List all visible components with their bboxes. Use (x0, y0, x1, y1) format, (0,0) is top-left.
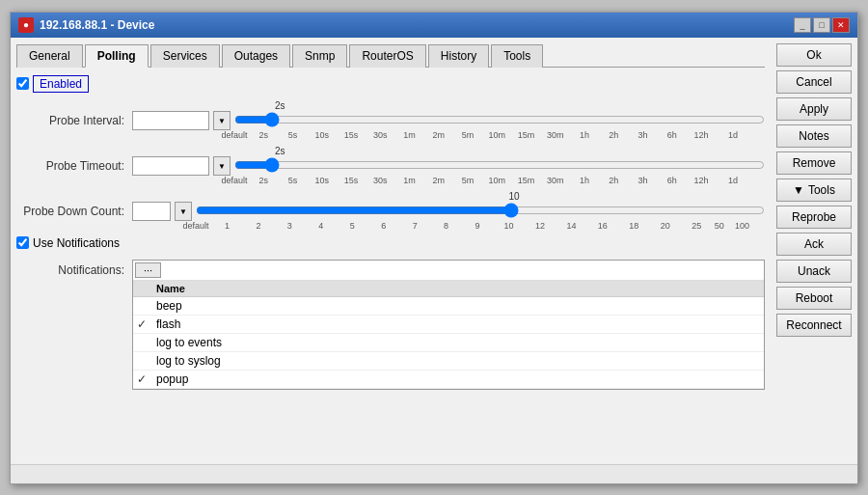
probe-interval-slider-wrapper: 2s default 2s 5s 10s 15s 30s 1m 2m (234, 100, 765, 142)
tick3-10: 10 (503, 221, 513, 231)
probe-interval-slider[interactable] (234, 110, 765, 129)
probe-interval-dropdown[interactable]: ▼ (213, 111, 231, 130)
ok-button[interactable]: Ok (776, 43, 852, 67)
probe-down-count-dropdown[interactable]: ▼ (175, 202, 192, 221)
probe-timeout-slider-wrapper: 2s default 2s 5s 10s 15s 30s 1m 2m (234, 146, 765, 187)
probe-down-slider-label: 10 (509, 191, 520, 202)
tab-history[interactable]: History (428, 44, 489, 68)
reconnect-button[interactable]: Reconnect (776, 314, 852, 337)
probe-interval-input[interactable]: 00:00:02 (132, 111, 209, 130)
tick3-20: 20 (661, 221, 670, 231)
list-header-check (137, 283, 156, 294)
notifications-list: ··· Name beep ✓ flash (132, 260, 765, 390)
tick-6h: 6h (667, 130, 677, 140)
list-item[interactable]: log to syslog (133, 352, 764, 371)
tab-tools[interactable]: Tools (491, 44, 543, 68)
tick2-15m: 15m (518, 176, 535, 185)
tick2-30s: 30s (373, 176, 388, 185)
notes-button[interactable]: Notes (776, 124, 852, 148)
probe-timeout-slider[interactable] (234, 155, 765, 175)
window-title: 192.168.88.1 - Device (40, 18, 154, 32)
reboot-button[interactable]: Reboot (776, 287, 852, 310)
tick2-1h: 1h (580, 176, 589, 185)
probe-down-count-group: 10 ▼ (132, 202, 192, 221)
tick3-4: 4 (318, 221, 323, 231)
probe-interval-slider-label: 2s (275, 100, 285, 111)
tick3-18: 18 (629, 221, 638, 231)
probe-down-slider-area: 10 (196, 191, 765, 220)
tick3-5: 5 (350, 221, 355, 231)
tick3-2: 2 (256, 221, 260, 231)
tab-routeros[interactable]: RouterOS (349, 44, 425, 68)
tick3-50: 50 (715, 221, 724, 231)
probe-timeout-group: 00:00:02 ▼ (132, 156, 231, 176)
list-item[interactable]: beep (133, 297, 764, 316)
list-item-name-beep: beep (156, 299, 760, 313)
list-item-name-popup: popup (156, 372, 760, 386)
probe-interval-ticks: default 2s 5s 10s 15s 30s 1m 2m 5m 10m 1… (234, 130, 765, 142)
probe-timeout-ticks: default 2s 5s 10s 15s 30s 1m 2m 5m 10m 1… (234, 176, 765, 187)
list-item-name-logevents: log to events (156, 336, 760, 349)
unack-button[interactable]: Unack (776, 260, 852, 283)
tick-15s: 15s (344, 130, 359, 140)
maximize-button[interactable]: □ (813, 17, 830, 33)
tools-label: Tools (808, 183, 835, 197)
tick2-6h: 6h (667, 176, 677, 185)
probe-down-count-slider[interactable] (196, 201, 765, 220)
probe-interval-row: Probe Interval: 00:00:02 ▼ 2s default 2s (16, 100, 765, 142)
tick-2s: 2s (258, 130, 268, 140)
title-bar-left: ● 192.168.88.1 - Device (18, 17, 154, 33)
reprobe-button[interactable]: Reprobe (776, 206, 852, 229)
list-item[interactable]: ✓ popup (133, 371, 764, 389)
probe-timeout-dropdown[interactable]: ▼ (213, 156, 231, 176)
tick3-12: 12 (535, 221, 545, 231)
probe-down-slider-wrapper: 10 default 1 2 3 4 5 6 7 8 (196, 191, 765, 233)
tick2-2h: 2h (609, 176, 618, 185)
tab-general[interactable]: General (16, 44, 83, 68)
app-icon: ● (18, 17, 34, 33)
tab-polling[interactable]: Polling (85, 44, 149, 68)
tab-snmp[interactable]: Snmp (292, 44, 347, 68)
tick3-100: 100 (735, 221, 749, 231)
tick-1h: 1h (580, 130, 589, 140)
notifications-panel: Notifications: ··· Name beep (16, 260, 765, 390)
tick2-12h: 12h (693, 176, 708, 185)
tab-outages[interactable]: Outages (222, 44, 290, 68)
content-area: General Polling Services Outages Snmp Ro… (11, 38, 857, 464)
list-item[interactable]: ✓ flash (133, 316, 764, 334)
enabled-checkbox[interactable] (16, 77, 29, 90)
tick-1m: 1m (403, 130, 416, 140)
tick2-5s: 5s (288, 176, 298, 185)
minimize-button[interactable]: _ (794, 17, 811, 33)
tick2-10m: 10m (488, 176, 505, 185)
list-item[interactable]: log to events (133, 334, 764, 352)
tick3-3: 3 (287, 221, 292, 231)
polling-panel: Enabled Probe Interval: 00:00:02 ▼ 2s (16, 75, 765, 458)
tick-default: default (221, 130, 247, 140)
triangle-down-icon: ▼ (793, 183, 804, 197)
remove-button[interactable]: Remove (776, 151, 852, 175)
list-tool-button[interactable]: ··· (135, 262, 161, 278)
tick2-1m: 1m (403, 176, 416, 185)
list-item-check-flash: ✓ (137, 317, 156, 331)
tick3-16: 16 (598, 221, 608, 231)
cancel-button[interactable]: Cancel (776, 70, 852, 94)
tick-30m: 30m (547, 130, 564, 140)
notifications-label: Notifications: (16, 260, 132, 277)
apply-button[interactable]: Apply (776, 97, 852, 121)
tick-5m: 5m (462, 130, 475, 140)
tick2-2s: 2s (258, 176, 268, 185)
use-notifications-checkbox[interactable] (16, 236, 29, 249)
probe-timeout-label: Probe Timeout: (16, 159, 132, 173)
tab-services[interactable]: Services (150, 44, 220, 68)
probe-timeout-row: Probe Timeout: 00:00:02 ▼ 2s default 2s (16, 146, 765, 187)
title-bar: ● 192.168.88.1 - Device _ □ ✕ (11, 13, 857, 38)
close-button[interactable]: ✕ (832, 17, 850, 33)
list-header: Name (133, 281, 764, 297)
tab-bar: General Polling Services Outages Snmp Ro… (16, 43, 765, 68)
probe-timeout-input[interactable]: 00:00:02 (132, 156, 209, 176)
probe-down-count-input[interactable]: 10 (132, 202, 171, 221)
tick3-25: 25 (692, 221, 701, 231)
ack-button[interactable]: Ack (776, 233, 852, 256)
tools-button[interactable]: ▼ Tools (776, 179, 852, 202)
